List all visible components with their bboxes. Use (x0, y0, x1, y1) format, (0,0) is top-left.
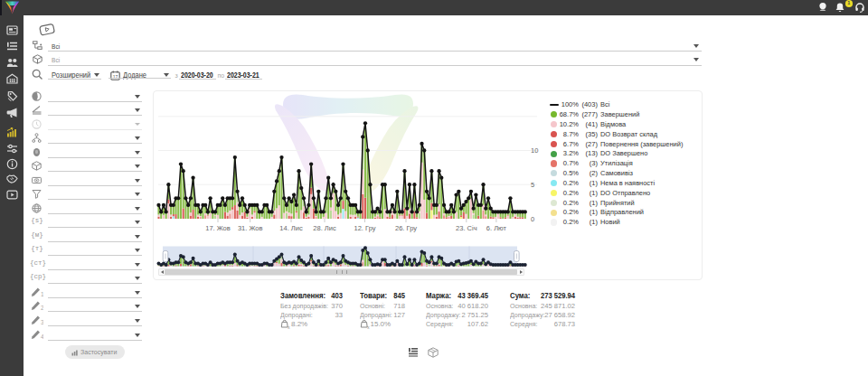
svg-text:2: 2 (41, 305, 43, 311)
svg-text:1: 1 (41, 291, 43, 297)
svg-text:x: x (367, 324, 370, 329)
svg-text:4: 4 (41, 334, 43, 340)
svg-text:3: 3 (41, 319, 43, 325)
svg-text:x: x (288, 324, 290, 329)
